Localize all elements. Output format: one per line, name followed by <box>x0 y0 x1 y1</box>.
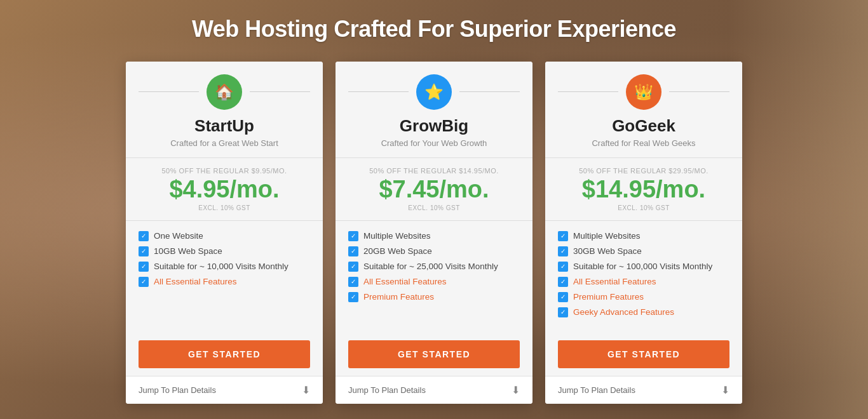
plan-footer[interactable]: Jump To Plan Details ⬇ <box>336 376 532 404</box>
plan-icon-wrap: ⭐ <box>348 74 520 110</box>
feature-link[interactable]: All Essential Features <box>363 277 447 286</box>
plan-icon-wrap: 🏠 <box>139 74 310 110</box>
plan-features-list: ✓ Multiple Websites ✓ 20GB Web Space ✓ S… <box>336 221 532 333</box>
plan-gst-text: EXCL. 10% GST <box>558 204 729 211</box>
get-started-button[interactable]: GET STARTED <box>348 340 520 368</box>
plan-icon: ⭐ <box>416 74 452 110</box>
chevron-down-icon: ⬇ <box>721 384 729 396</box>
feature-check-icon: ✓ <box>139 277 149 287</box>
feature-text: 20GB Web Space <box>363 246 432 256</box>
feature-item: ✓ Multiple Websites <box>348 231 520 241</box>
feature-check-icon: ✓ <box>558 292 568 302</box>
feature-text: Suitable for ~ 25,000 Visits Monthly <box>363 262 498 271</box>
feature-check-icon: ✓ <box>558 262 568 272</box>
jump-to-plan-label: Jump To Plan Details <box>348 385 426 395</box>
plans-container: 🏠 StartUp Crafted for a Great Web Start … <box>72 62 796 404</box>
feature-link[interactable]: All Essential Features <box>154 277 237 286</box>
feature-item: ✓ Suitable for ~ 25,000 Visits Monthly <box>348 262 520 272</box>
plan-discount-text: 50% OFF THE REGULAR $29.95/MO. <box>558 167 729 175</box>
get-started-button[interactable]: GET STARTED <box>139 340 310 368</box>
plan-pricing: 50% OFF THE REGULAR $29.95/MO. $14.95/mo… <box>545 157 742 221</box>
plan-cta-section: GET STARTED <box>336 333 532 376</box>
plan-pricing: 50% OFF THE REGULAR $9.95/MO. $4.95/mo. … <box>126 157 323 221</box>
feature-link[interactable]: Premium Features <box>363 292 434 302</box>
jump-to-plan-label: Jump To Plan Details <box>558 385 635 395</box>
plan-line-right <box>250 91 310 92</box>
plan-card-gogeek: 👑 GoGeek Crafted for Real Web Geeks 50% … <box>545 62 742 404</box>
feature-item: ✓ Premium Features <box>348 292 520 302</box>
feature-check-icon: ✓ <box>558 231 568 241</box>
feature-item: ✓ Premium Features <box>558 292 729 302</box>
plan-footer[interactable]: Jump To Plan Details ⬇ <box>126 376 323 404</box>
feature-text: 10GB Web Space <box>154 246 222 256</box>
chevron-down-icon: ⬇ <box>302 384 310 396</box>
feature-text: Multiple Websites <box>363 231 431 241</box>
plan-name: GrowBig <box>348 116 520 136</box>
feature-check-icon: ✓ <box>139 262 149 272</box>
main-content: Web Hosting Crafted For Superior Experie… <box>53 3 815 416</box>
feature-check-icon: ✓ <box>348 262 358 272</box>
feature-text: 30GB Web Space <box>573 246 642 256</box>
plan-gst-text: EXCL. 10% GST <box>348 204 520 211</box>
plan-card-growbig: ⭐ GrowBig Crafted for Your Web Growth 50… <box>336 62 532 404</box>
feature-item: ✓ Multiple Websites <box>558 231 729 241</box>
plan-line-right <box>669 91 729 92</box>
feature-link[interactable]: Geeky Advanced Features <box>573 307 674 317</box>
feature-item: ✓ 30GB Web Space <box>558 246 729 256</box>
plan-line-left <box>348 91 409 92</box>
feature-item: ✓ 10GB Web Space <box>139 246 310 256</box>
plan-name: GoGeek <box>558 116 729 136</box>
plan-icon-wrap: 👑 <box>558 74 729 110</box>
feature-check-icon: ✓ <box>558 246 568 256</box>
plan-discount-text: 50% OFF THE REGULAR $14.95/MO. <box>348 167 520 175</box>
feature-check-icon: ✓ <box>558 307 568 317</box>
feature-item: ✓ 20GB Web Space <box>348 246 520 256</box>
plan-gst-text: EXCL. 10% GST <box>139 204 310 211</box>
feature-link[interactable]: All Essential Features <box>573 277 656 286</box>
feature-text: One Website <box>154 231 203 241</box>
feature-text: Suitable for ~ 10,000 Visits Monthly <box>154 262 288 271</box>
feature-check-icon: ✓ <box>558 277 568 287</box>
feature-item: ✓ Suitable for ~ 100,000 Visits Monthly <box>558 262 729 272</box>
plan-icon: 👑 <box>626 74 661 110</box>
feature-item: ✓ Geeky Advanced Features <box>558 307 729 317</box>
plan-pricing: 50% OFF THE REGULAR $14.95/MO. $7.45/mo.… <box>336 157 532 221</box>
chevron-down-icon: ⬇ <box>512 384 520 396</box>
feature-check-icon: ✓ <box>348 277 358 287</box>
feature-item: ✓ All Essential Features <box>558 277 729 287</box>
plan-features-list: ✓ One Website ✓ 10GB Web Space ✓ Suitabl… <box>126 221 323 333</box>
feature-check-icon: ✓ <box>348 231 358 241</box>
feature-item: ✓ All Essential Features <box>348 277 520 287</box>
page-title: Web Hosting Crafted For Superior Experie… <box>192 16 676 43</box>
plan-card-startup: 🏠 StartUp Crafted for a Great Web Start … <box>126 62 323 404</box>
feature-link[interactable]: Premium Features <box>573 292 644 302</box>
feature-check-icon: ✓ <box>348 246 358 256</box>
feature-item: ✓ Suitable for ~ 10,000 Visits Monthly <box>139 262 310 272</box>
plan-tagline: Crafted for a Great Web Start <box>139 138 310 148</box>
plan-price: $4.95/mo. <box>139 176 310 203</box>
plan-features-list: ✓ Multiple Websites ✓ 30GB Web Space ✓ S… <box>545 221 742 333</box>
plan-name: StartUp <box>139 116 310 136</box>
plan-tagline: Crafted for Real Web Geeks <box>558 138 729 148</box>
plan-price: $7.45/mo. <box>348 176 520 203</box>
feature-check-icon: ✓ <box>139 246 149 256</box>
plan-footer[interactable]: Jump To Plan Details ⬇ <box>545 376 742 404</box>
plan-header: 👑 GoGeek Crafted for Real Web Geeks <box>545 62 742 157</box>
plan-icon: 🏠 <box>207 74 242 110</box>
plan-tagline: Crafted for Your Web Growth <box>348 138 520 148</box>
plan-line-right <box>459 91 520 92</box>
feature-check-icon: ✓ <box>139 231 149 241</box>
feature-item: ✓ One Website <box>139 231 310 241</box>
plan-discount-text: 50% OFF THE REGULAR $9.95/MO. <box>139 167 310 175</box>
get-started-button[interactable]: GET STARTED <box>558 340 729 368</box>
jump-to-plan-label: Jump To Plan Details <box>139 385 216 395</box>
feature-check-icon: ✓ <box>348 292 358 302</box>
plan-price: $14.95/mo. <box>558 176 729 203</box>
feature-text: Multiple Websites <box>573 231 641 241</box>
plan-line-left <box>558 91 618 92</box>
plan-line-left <box>139 91 199 92</box>
feature-text: Suitable for ~ 100,000 Visits Monthly <box>573 262 712 271</box>
plan-cta-section: GET STARTED <box>545 333 742 376</box>
plan-cta-section: GET STARTED <box>126 333 323 376</box>
plan-header: ⭐ GrowBig Crafted for Your Web Growth <box>336 62 532 157</box>
